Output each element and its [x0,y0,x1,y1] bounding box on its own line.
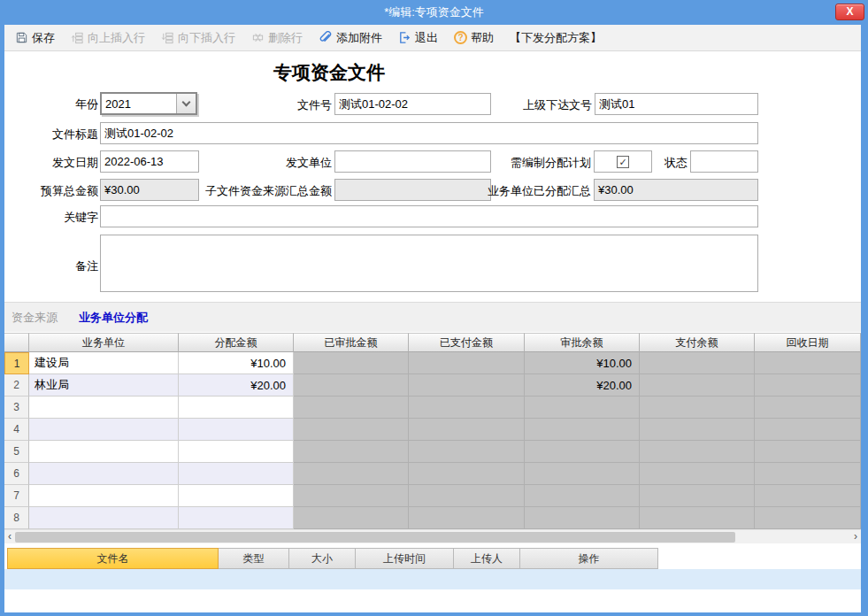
cell-recycle-date [755,352,861,374]
attachment-header-type[interactable]: 类型 [219,548,289,569]
help-icon: ? [454,31,467,44]
header-unit[interactable]: 业务单位 [29,333,179,352]
cell-unit[interactable] [29,463,179,485]
cell-approved [294,463,409,485]
insert-row-below-label: 向下插入行 [178,30,235,46]
header-pay-balance[interactable]: 支付余额 [640,333,755,352]
cell-recycle-date [755,507,861,529]
cell-unit[interactable] [29,419,179,441]
table-row: 3 [4,397,861,419]
need-plan-checkbox[interactable]: ✓ [617,156,629,168]
doc-no-input[interactable] [334,93,491,115]
attachment-header-uploader[interactable]: 上传人 [454,548,520,569]
cell-approve-balance: ¥10.00 [525,352,640,374]
superior-doc-no-label: 上级下达文号 [500,97,592,113]
status-label: 状态 [661,155,687,171]
add-attachment-button[interactable]: 添加附件 [319,30,382,46]
cell-unit[interactable] [29,441,179,463]
issue-unit-input[interactable] [334,150,491,173]
header-approved[interactable]: 已审批金额 [294,333,409,352]
attachment-header-upload-time[interactable]: 上传时间 [356,548,454,569]
cell-approve-balance [525,419,640,441]
row-number[interactable]: 8 [4,507,29,529]
cell-paid [409,374,525,397]
cell-unit[interactable] [29,507,179,529]
cell-alloc[interactable] [179,419,294,441]
cell-paid [409,441,525,463]
cell-approve-balance [525,485,640,507]
cell-alloc[interactable] [179,507,294,529]
header-recycle-date[interactable]: 回收日期 [755,333,861,352]
row-number[interactable]: 1 [4,352,29,374]
row-number[interactable]: 7 [4,485,29,507]
attachment-header-filename[interactable]: 文件名 [7,548,219,569]
row-number[interactable]: 2 [4,374,29,397]
cell-alloc[interactable] [179,441,294,463]
row-number[interactable]: 4 [4,419,29,441]
cell-paid [409,485,525,507]
year-combobox[interactable]: 2021 [100,92,197,115]
help-button[interactable]: ? 帮助 [454,30,494,46]
cell-unit[interactable]: 林业局 [29,374,179,397]
save-label: 保存 [32,30,55,46]
insert-row-above-icon [71,31,84,44]
cell-recycle-date [755,485,861,507]
cell-unit[interactable]: 建设局 [29,352,179,374]
dispatch-plan-label: 【下发分配方案】 [510,30,602,46]
header-approve-balance[interactable]: 审批余额 [525,333,640,352]
scrollbar-thumb[interactable] [15,532,735,543]
horizontal-scrollbar[interactable]: ‹ › [4,529,861,543]
cell-approved [294,352,409,374]
doc-title-label: 文件标题 [40,127,98,142]
scroll-left-arrow-icon[interactable]: ‹ [4,530,15,544]
cell-pay-balance [640,463,755,485]
table-row: 8 [4,507,861,529]
table-row: 4 [4,419,861,441]
cell-alloc[interactable] [179,485,294,507]
save-button[interactable]: 保存 [15,30,55,46]
cell-approved [294,507,409,529]
issue-unit-label: 发文单位 [273,155,332,171]
row-number[interactable]: 5 [4,441,29,463]
cell-alloc[interactable]: ¥10.00 [179,352,294,374]
tab-unit-allocation[interactable]: 业务单位分配 [79,310,148,326]
cell-paid [409,397,525,419]
exit-button[interactable]: 退出 [398,30,438,46]
scroll-right-arrow-icon[interactable]: › [850,530,861,544]
tab-funding-source[interactable]: 资金来源 [12,310,58,326]
row-number[interactable]: 6 [4,463,29,485]
dispatch-plan-button[interactable]: 【下发分配方案】 [510,30,602,46]
table-row: 7 [4,485,861,507]
cell-alloc[interactable] [179,397,294,419]
cell-unit[interactable] [29,397,179,419]
keywords-label: 关键字 [54,210,98,226]
unit-allocated-total-value: ¥30.00 [594,179,758,201]
remarks-textarea[interactable] [100,235,758,292]
cell-pay-balance [640,485,755,507]
header-paid[interactable]: 已支付金额 [409,333,525,352]
header-alloc[interactable]: 分配金额 [179,333,294,352]
close-button[interactable]: X [835,4,864,20]
row-number[interactable]: 3 [4,397,29,419]
cell-paid [409,419,525,441]
attachment-header-size[interactable]: 大小 [289,548,356,569]
cell-approve-balance [525,397,640,419]
doc-title-input[interactable] [100,122,758,144]
cell-alloc[interactable]: ¥20.00 [179,374,294,397]
header-row-number [4,333,29,352]
issue-date-input[interactable] [100,150,199,173]
cell-recycle-date [755,419,861,441]
table-row: 5 [4,441,861,463]
year-dropdown-button[interactable] [176,94,196,113]
subfile-source-total-value [334,179,491,201]
cell-recycle-date [755,463,861,485]
keywords-input[interactable] [100,205,758,227]
cell-approved [294,485,409,507]
superior-doc-no-input[interactable] [595,93,758,115]
cell-recycle-date [755,441,861,463]
status-input[interactable] [690,150,758,173]
cell-paid [409,507,525,529]
attachment-header-actions[interactable]: 操作 [520,548,658,569]
cell-unit[interactable] [29,485,179,507]
cell-alloc[interactable] [179,463,294,485]
